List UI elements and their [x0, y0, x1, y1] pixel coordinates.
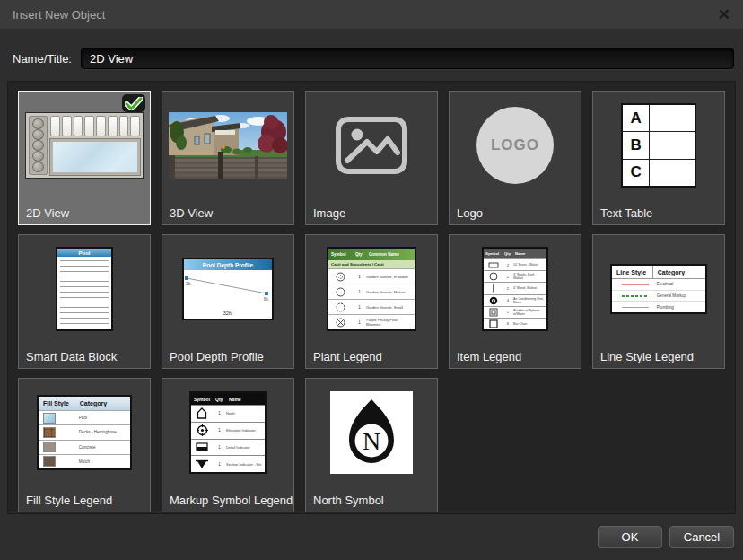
line-style-legend-preview: Line Style Category Electrical General M… — [610, 264, 707, 314]
header-qty: Qty — [353, 252, 366, 257]
tile-2d-view[interactable]: 2D View — [18, 91, 151, 225]
tile-item-legend[interactable]: Symbol Qty Name 2 10' Brass - Water 2 3"… — [449, 234, 581, 369]
plant-row: 1 Purple Prickly Pear, Bloomed — [328, 314, 415, 329]
plan-tile-strip — [50, 116, 140, 136]
item-row: 4 Air Conditioning Unit, Black — [484, 294, 546, 306]
plant-name: Garden Grande, In Bloom — [366, 275, 415, 279]
plant-symbol-icon — [328, 302, 353, 312]
plant-symbol-icon — [328, 318, 353, 328]
fill-style-category: Mulch — [75, 459, 130, 464]
tile-3d-view[interactable]: 3D View — [162, 91, 294, 225]
pool-depth-profile-thumbnail: Pool Depth Profile 3ft. 6ft. 32ft. — [162, 235, 293, 343]
tile-logo[interactable]: LOGO Logo — [449, 91, 581, 225]
tile-label: 3D View — [170, 206, 213, 220]
dialog-titlebar: Insert New Object ✕ — [0, 0, 743, 29]
item-symbol-icon — [484, 284, 503, 293]
header-name: Name — [226, 397, 265, 402]
item-qty: 2 — [503, 275, 513, 279]
markup-symbol-legend-preview: Symbol Qty Name 1 North 1 Elevation Indi… — [189, 391, 267, 474]
tile-smart-data-block[interactable]: Pool Smart Data Block — [18, 234, 151, 369]
tile-pool-depth-profile[interactable]: Pool Depth Profile 3ft. 6ft. 32ft. Pool … — [162, 234, 294, 369]
header-line-style: Line Style — [612, 266, 653, 278]
item-qty: 4 — [503, 298, 513, 302]
line-style-category: General Markup — [653, 293, 705, 298]
header-qty: Qty — [503, 251, 513, 256]
item-symbol-icon — [484, 319, 503, 328]
header-symbol: Symbol — [191, 397, 213, 402]
item-name: 4' Wood, Walnut — [513, 286, 546, 290]
detail-indicator-icon — [191, 442, 213, 451]
plant-qty: 1 — [353, 320, 366, 325]
item-qty: 2 — [503, 263, 513, 267]
tile-label: Logo — [457, 206, 483, 220]
item-row: 6 Bar Chair — [484, 318, 546, 329]
north-symbol-thumbnail: N — [306, 379, 437, 486]
line-style-row: Plumbing — [612, 301, 705, 312]
tile-north-symbol[interactable]: N North Symbol — [305, 378, 438, 512]
tile-label: Item Legend — [457, 350, 521, 363]
header-name: Name — [513, 251, 546, 256]
text-table-thumbnail: A B C — [593, 92, 724, 199]
tile-markup-symbol-legend[interactable]: Symbol Qty Name 1 North 1 Elevation Indi… — [162, 378, 294, 512]
dialog-title: Insert New Object — [13, 8, 105, 22]
logo-circle: LOGO — [476, 107, 554, 184]
item-name: 3" Bowls, Dark Walnut — [513, 273, 546, 280]
fill-style-row: Mulch — [39, 454, 130, 468]
plant-qty: 1 — [353, 290, 366, 294]
header-category: Category — [75, 397, 130, 410]
electrical-line-sample — [622, 284, 649, 285]
markup-name: North — [226, 411, 265, 416]
start-depth-label: 3ft. — [186, 282, 191, 286]
tile-fill-style-legend[interactable]: Fill Style Category Pool Decks - Herring… — [18, 378, 151, 512]
plumbing-line-sample — [622, 307, 649, 308]
header-symbol: Symbol — [484, 251, 503, 256]
close-icon[interactable]: ✕ — [718, 7, 730, 22]
name-title-input[interactable] — [81, 48, 734, 69]
plant-symbol-icon — [328, 272, 353, 282]
item-legend-thumbnail: Symbol Qty Name 2 10' Brass - Water 2 3"… — [450, 235, 581, 343]
object-type-grid: 2D View — [7, 81, 736, 514]
north-letter: N — [363, 427, 380, 455]
item-symbol-icon — [484, 272, 503, 281]
tile-line-style-legend[interactable]: Line Style Category Electrical General M… — [592, 234, 725, 369]
plant-legend-header: Symbol Qty Common Name — [328, 249, 415, 260]
table-cell: C — [623, 160, 650, 186]
depth-profile-plot: 3ft. 6ft. 32ft. — [184, 270, 272, 319]
plant-symbol-icon — [328, 287, 353, 297]
tile-label: Text Table — [600, 206, 652, 220]
length-label: 32ft. — [184, 311, 272, 316]
north-arrow-icon — [191, 407, 213, 419]
line-style-category: Electrical — [653, 282, 705, 286]
name-title-row: Name/Title: — [0, 29, 743, 69]
item-legend-preview: Symbol Qty Name 2 10' Brass - Water 2 3"… — [482, 247, 548, 331]
markup-qty: 1 — [213, 462, 226, 467]
depth-profile-title: Pool Depth Profile — [184, 259, 272, 270]
table-cell: A — [623, 105, 650, 131]
ok-button[interactable]: OK — [598, 526, 662, 548]
markup-name: Elevation Indicator — [226, 428, 265, 433]
north-symbol-preview: N — [330, 391, 413, 474]
plant-row: 1 Garden Grande, In Bloom — [328, 268, 415, 284]
tile-text-table[interactable]: A B C Text Table — [592, 91, 725, 225]
item-row: 1 Aladdin w/ Sphere, w/Water — [484, 306, 546, 318]
north-symbol-icon: N — [344, 398, 399, 468]
concrete-fill-swatch — [43, 442, 56, 452]
dialog-footer: OK Cancel — [0, 514, 743, 560]
markup-row: 1 Detail Indicator — [191, 439, 265, 456]
item-name: Aladdin w/ Sphere, w/Water — [513, 309, 546, 316]
data-block-preview: Pool — [56, 247, 113, 331]
item-symbol-icon — [484, 308, 503, 317]
tile-label: Pool Depth Profile — [170, 350, 264, 363]
line-style-row: General Markup — [612, 290, 705, 302]
deck-fill-swatch — [43, 427, 56, 438]
tile-image[interactable]: Image — [305, 91, 438, 225]
item-legend-header: Symbol Qty Name — [484, 249, 546, 258]
markup-symbol-legend-header: Symbol Qty Name — [191, 393, 265, 405]
fill-style-category: Concrete — [75, 445, 130, 450]
cancel-button[interactable]: Cancel — [669, 526, 734, 548]
header-fill-style: Fill Style — [39, 397, 75, 410]
line-style-row: Electrical — [612, 279, 705, 290]
pool-fill-swatch — [43, 413, 56, 424]
item-name: 10' Brass - Water — [513, 263, 546, 267]
tile-plant-legend[interactable]: Symbol Qty Common Name Cacti and Succule… — [305, 234, 438, 369]
